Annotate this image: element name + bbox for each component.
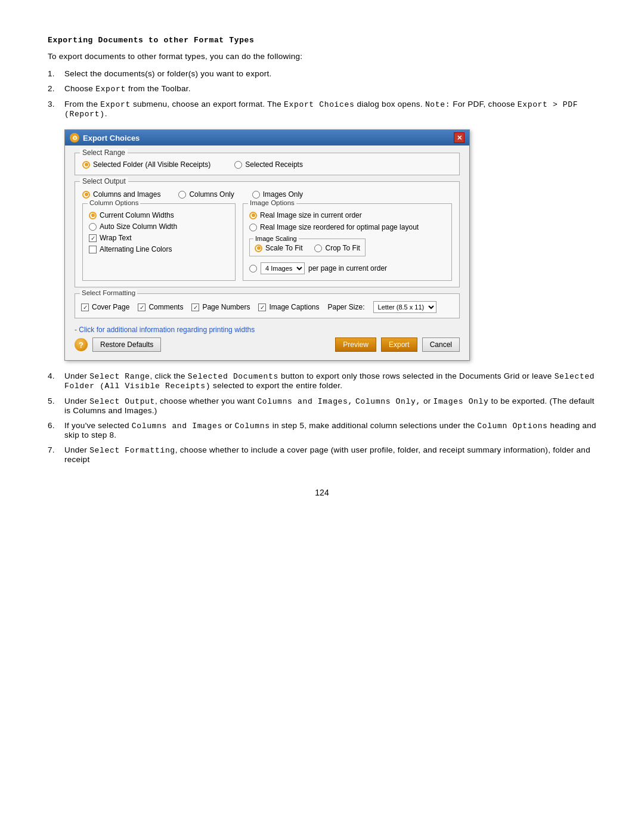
select-output-group: Select Output Columns and Images Columns… <box>75 181 460 287</box>
radio-auto-size-icon <box>89 223 97 231</box>
select-range-content: Selected Folder (All Visible Receipts) S… <box>82 160 452 169</box>
radio-selected-folder-icon <box>82 161 90 169</box>
col-option-alt-colors-label: Alternating Line Colors <box>100 245 172 253</box>
step-text-7: Under Select Formatting, choose whether … <box>64 445 596 464</box>
img-option-reordered[interactable]: Real Image size reordered for optimal pa… <box>249 223 445 231</box>
radio-images-per-page-icon <box>249 265 257 272</box>
image-captions-label: Image Captions <box>269 303 319 311</box>
export-button[interactable]: Export <box>381 337 417 352</box>
footer-right: Preview Export Cancel <box>335 337 460 352</box>
select-range-group: Select Range Selected Folder (All Visibl… <box>75 153 460 175</box>
radio-crop-to-fit[interactable]: Crop To Fit <box>314 244 360 252</box>
cancel-button[interactable]: Cancel <box>422 337 460 352</box>
dialog-body: Select Range Selected Folder (All Visibl… <box>65 145 469 360</box>
radio-scale-to-fit-icon <box>255 244 262 252</box>
checkbox-wrap-text: ✓ <box>89 234 97 242</box>
radio-columns-images-icon <box>82 191 90 199</box>
dialog-close-button[interactable]: ✕ <box>454 132 465 143</box>
column-options-box: Column Options Current Column Widths Aut… <box>82 203 236 281</box>
bottom-steps-list: 4. Under Select Range, click the Selecte… <box>48 371 596 464</box>
radio-columns-images[interactable]: Columns and Images <box>82 190 160 199</box>
step-num-5: 5. <box>48 397 64 415</box>
page-numbers-label: Page Numbers <box>202 303 250 311</box>
step-3: 3. From the Export submenu, choose an ex… <box>48 100 596 119</box>
images-per-page-select[interactable]: 4 Images 2 Images 6 Images 8 Images <box>261 262 305 274</box>
col-option-current-widths[interactable]: Current Column Widths <box>89 211 229 219</box>
step-num-1: 1. <box>48 69 64 78</box>
radio-selected-receipts-label: Selected Receipts <box>245 160 303 169</box>
section-title: Exporting Documents to other Format Type… <box>48 36 596 45</box>
images-per-page-row: 4 Images 2 Images 6 Images 8 Images per … <box>249 262 445 274</box>
footer-left: ? Restore Defaults <box>75 337 161 352</box>
check-page-numbers[interactable]: ✓ Page Numbers <box>191 303 250 311</box>
checkbox-cover-page: ✓ <box>81 304 89 311</box>
radio-columns-only[interactable]: Columns Only <box>178 190 234 199</box>
steps-list: 1. Select the documents(s) or folder(s) … <box>48 69 596 119</box>
step-5: 5. Under Select Output, choose whether y… <box>48 397 596 415</box>
check-comments[interactable]: ✓ Comments <box>138 303 183 311</box>
radio-images-only-label: Images Only <box>263 190 303 199</box>
radio-crop-to-fit-icon <box>314 244 322 252</box>
radio-columns-only-icon <box>178 191 186 199</box>
preview-button[interactable]: Preview <box>335 337 376 352</box>
check-cover-page[interactable]: ✓ Cover Page <box>81 303 129 311</box>
col-option-wrap-text[interactable]: ✓ Wrap Text <box>89 234 229 242</box>
scale-options: Scale To Fit Crop To Fit <box>255 244 360 252</box>
dialog-app-icon: ⚙ <box>70 133 79 143</box>
checkbox-alt-colors <box>89 246 97 253</box>
checkbox-comments: ✓ <box>138 304 145 311</box>
img-options-content: Real Image size in current order Real Im… <box>249 211 445 274</box>
radio-scale-to-fit[interactable]: Scale To Fit <box>255 244 302 252</box>
radio-columns-only-label: Columns Only <box>189 190 234 199</box>
help-button[interactable]: ? <box>75 338 88 351</box>
img-option-reordered-label: Real Image size reordered for optimal pa… <box>260 223 419 231</box>
radio-selected-folder[interactable]: Selected Folder (All Visible Receipts) <box>82 160 210 169</box>
restore-defaults-button[interactable]: Restore Defaults <box>92 337 161 352</box>
page-number: 124 <box>48 488 596 497</box>
img-option-real-size[interactable]: Real Image size in current order <box>249 211 445 219</box>
printing-widths-link[interactable]: - Click for additional information regar… <box>75 326 255 334</box>
radio-current-widths-icon <box>89 212 97 219</box>
step-num-7: 7. <box>48 445 64 464</box>
paper-size-select[interactable]: Letter (8.5 x 11) A4 Legal <box>373 301 436 313</box>
img-option-real-size-label: Real Image size in current order <box>260 211 362 219</box>
dialog-titlebar-left: ⚙ Export Choices <box>70 133 140 143</box>
column-options-legend: Column Options <box>88 199 140 206</box>
cover-page-label: Cover Page <box>92 303 129 311</box>
step-text-3: From the Export submenu, choose an expor… <box>64 100 596 119</box>
image-options-legend: Image Options <box>248 199 296 206</box>
step-text-6: If you've selected Columns and Images or… <box>64 421 596 439</box>
select-formatting-box: Select Formatting ✓ Cover Page ✓ Comment… <box>75 293 460 318</box>
export-choices-dialog[interactable]: ⚙ Export Choices ✕ Select Range Selected… <box>64 129 470 361</box>
select-output-row: Columns and Images Columns Only Images O… <box>82 190 452 199</box>
per-page-label: per page in current order <box>308 264 387 272</box>
radio-images-only[interactable]: Images Only <box>252 190 303 199</box>
dialog-footer: ? Restore Defaults Preview Export Cancel <box>75 334 460 353</box>
page-content: Exporting Documents to other Format Type… <box>48 36 596 497</box>
step-num-3: 3. <box>48 100 64 119</box>
step-4: 4. Under Select Range, click the Selecte… <box>48 371 596 391</box>
col-options-content: Current Column Widths Auto Size Column W… <box>89 211 229 253</box>
col-option-auto-size[interactable]: Auto Size Column Width <box>89 222 229 231</box>
col-option-auto-size-label: Auto Size Column Width <box>100 222 177 231</box>
radio-real-size-icon <box>249 212 257 219</box>
step-text-1: Select the documents(s) or folder(s) you… <box>64 69 596 78</box>
comments-label: Comments <box>148 303 183 311</box>
radio-selected-receipts-icon <box>234 161 242 169</box>
radio-selected-receipts[interactable]: Selected Receipts <box>234 160 303 169</box>
image-options-box: Image Options Real Image size in current… <box>243 203 452 281</box>
info-link[interactable]: - Click for additional information regar… <box>75 324 460 334</box>
checkbox-page-numbers: ✓ <box>191 304 199 311</box>
step-num-6: 6. <box>48 421 64 439</box>
col-option-alt-colors[interactable]: Alternating Line Colors <box>89 245 229 253</box>
step-2: 2. Choose Export from the Toolbar. <box>48 84 596 94</box>
select-output-legend: Select Output <box>80 177 128 185</box>
dialog-title: Export Choices <box>83 134 140 143</box>
check-image-captions[interactable]: ✓ Image Captions <box>258 303 319 311</box>
radio-scale-to-fit-label: Scale To Fit <box>265 244 302 252</box>
image-scaling-legend: Image Scaling <box>253 235 299 242</box>
radio-reordered-icon <box>249 224 257 231</box>
select-range-legend: Select Range <box>80 148 128 157</box>
image-scaling-box: Image Scaling Scale To Fit C <box>249 239 366 256</box>
step-num-4: 4. <box>48 371 64 391</box>
